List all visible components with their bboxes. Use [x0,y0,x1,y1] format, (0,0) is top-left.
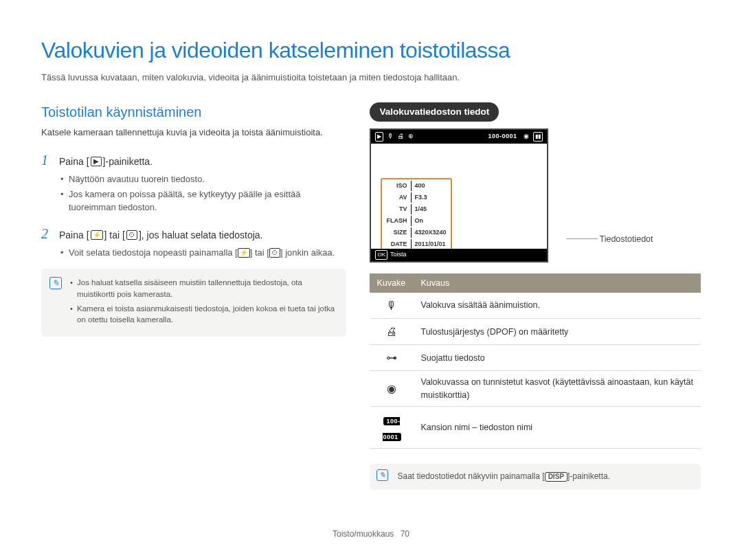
table-row: ◉ Valokuvassa on tunnistetut kasvot (käy… [370,371,701,406]
step-2-bullet-pre: Voit selata tiedostoja nopeasti painamal… [69,247,238,258]
subsection-pill: Valokuvatiedoston tiedot [370,102,499,122]
right-column: Valokuvatiedoston tiedot ▶ 🎙 🖨 ⊕ 100-000… [370,102,701,489]
step-2-bullet: Voit selata tiedostoja nopeasti painamal… [60,247,346,260]
step-number: 1 [41,150,54,170]
step-1-text: Paina [▶]-painiketta. [59,155,153,168]
row-desc-3: Valokuvassa on tunnistetut kasvot (käyte… [414,371,701,406]
table-header-desc: Kuvaus [414,273,701,293]
table-row: 🎙 Valokuva sisältää äänimuistion. [370,293,701,319]
step-2-bullets: Voit selata tiedostoja nopeasti painamal… [60,247,346,260]
info-v4: 4320X3240 [411,227,449,238]
step-2-mid: ] tai [ [104,228,125,242]
note-1-item-1: Jos haluat katsella sisäiseen muistiin t… [70,277,337,300]
note-box-2: ✎ Saat tiedostotiedot näkyviin painamall… [370,464,701,489]
lcd-illustration-wrap: ▶ 🎙 🖨 ⊕ 100-0001 ◉ ▮▮ ISO400 AVF3.3 TV1/… [370,128,701,262]
row-desc-0: Valokuva sisältää äänimuistion. [414,293,701,319]
step-1: 1 Paina [▶]-painiketta. [41,150,346,170]
camera-lcd: ▶ 🎙 🖨 ⊕ 100-0001 ◉ ▮▮ ISO400 AVF3.3 TV1/… [370,128,548,262]
note-icon: ✎ [49,277,62,289]
step-1-pre: Paina [ [59,155,89,168]
leader-label: Tiedostotiedot [599,233,653,245]
flash-icon: ⚡ [238,248,250,258]
leader-line [566,238,598,239]
folder-file-icon: 100-0001 [370,406,414,448]
step-1-bullet-1: Näyttöön avautuu tuorein tiedosto. [60,173,346,186]
info-k4: SIZE [383,227,409,238]
table-row: 100-0001 Kansion nimi – tiedoston nimi [370,406,701,448]
step-2-post: ], jos haluat selata tiedostoja. [139,228,263,242]
print-icon: 🖨 [370,319,414,345]
note-box-1: ✎ Jos haluat katsella sisäiseen muistiin… [41,269,346,337]
timer-icon: ⏲ [269,248,280,258]
note-2-post: ]-painiketta. [567,471,610,481]
table-header-icon: Kuvake [370,273,414,293]
table-row: 🖨 Tulostusjärjestys (DPOF) on määritetty [370,319,701,345]
flash-icon: ⚡ [91,230,103,240]
page-title: Valokuvien ja videoiden katseleminen toi… [41,34,701,66]
table-row: ⊶ Suojattu tiedosto [370,345,701,371]
section-heading: Toistotilan käynnistäminen [41,102,346,122]
disp-button-icon: DISP [545,472,567,482]
note-1-item-2: Kamera ei toista asianmukaisesti tiedost… [70,303,337,326]
info-v3: On [411,216,449,226]
play-mode-icon: ▶ [375,132,383,142]
info-v0: 400 [411,181,449,191]
ok-button-icon: OK [375,250,387,260]
step-2-bullet-post: ] jonkin aikaa. [280,247,335,258]
row-desc-2: Suojattu tiedosto [414,345,701,371]
note-icon: ✎ [376,469,388,481]
battery-icon: ▮▮ [533,132,543,142]
lcd-info-box: ISO400 AVF3.3 TV1/45 FLASHOn SIZE4320X32… [381,178,451,252]
row-desc-4: Kansion nimi – tiedoston nimi [414,406,701,448]
icon-description-table: Kuvake Kuvaus 🎙 Valokuva sisältää äänimu… [370,273,701,449]
note-2-pre: Saat tiedostotiedot näkyviin painamalla … [397,471,544,481]
row-desc-1: Tulostusjärjestys (DPOF) on määritetty [414,319,701,345]
lcd-top-bar: ▶ 🎙 🖨 ⊕ 100-0001 ◉ ▮▮ [371,130,547,144]
face-icon: ◉ [524,132,529,141]
info-v2: 1/45 [411,204,449,214]
face-icon: ◉ [370,371,414,406]
mic-icon: 🎙 [370,293,414,319]
step-2-text: Paina [⚡] tai [⏲], jos haluat selata tie… [59,228,263,242]
step-2: 2 Paina [⚡] tai [⏲], jos haluat selata t… [41,224,346,244]
print-icon: 🖨 [398,132,404,141]
info-v1: F3.3 [411,192,449,203]
info-k0: ISO [383,181,409,191]
mic-icon: 🎙 [387,132,394,141]
left-column: Toistotilan käynnistäminen Katsele kamer… [41,102,346,489]
folder-file-badge: 100-0001 [383,417,401,441]
lock-icon: ⊕ [408,132,414,141]
step-1-post: ]-painiketta. [103,155,153,168]
lock-icon: ⊶ [370,345,414,371]
page-footer: Toisto/muokkaus 70 [41,528,701,540]
step-1-bullets: Näyttöön avautuu tuorein tiedosto. Jos k… [60,173,346,214]
info-k1: AV [383,192,409,203]
timer-icon: ⏲ [126,230,137,240]
info-k3: FLASH [383,216,409,226]
step-2-bullet-mid: ] tai [ [250,247,269,258]
footer-section: Toisto/muokkaus [333,529,394,539]
play-icon: ▶ [91,157,102,166]
lcd-bottom-bar: OK Toista [371,249,547,261]
step-1-bullet-2: Jos kamera on poissa päältä, se kytkeyty… [60,188,346,214]
page-number: 70 [401,529,409,539]
section-paragraph: Katsele kameraan tallennettuja kuvia ja … [41,126,346,139]
step-2-pre: Paina [ [59,228,89,242]
step-number: 2 [41,224,54,244]
lcd-bottom-label: Toista [390,250,407,259]
intro-text: Tässä luvussa kuvataan, miten valokuvia,… [41,71,701,85]
info-k2: TV [383,204,409,214]
file-counter: 100-0001 [488,132,517,141]
content-columns: Toistotilan käynnistäminen Katsele kamer… [41,102,701,489]
